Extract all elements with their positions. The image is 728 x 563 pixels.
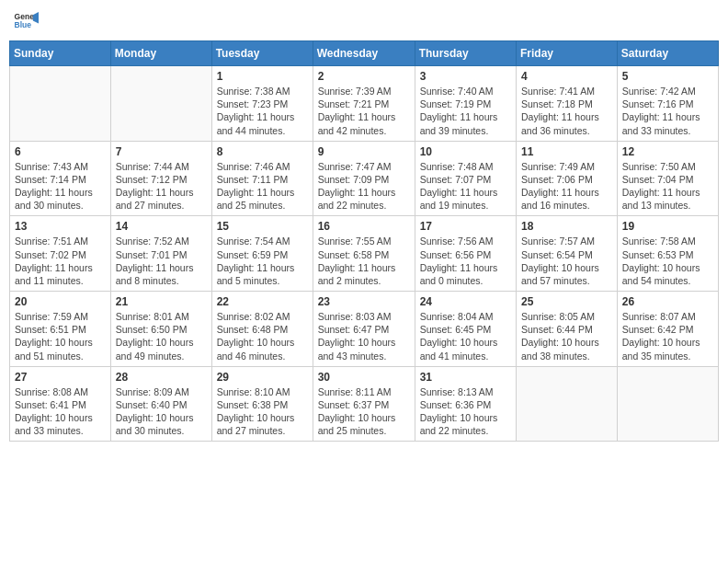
day-info: Sunrise: 8:04 AM Sunset: 6:45 PM Dayligh… — [420, 310, 511, 362]
calendar-cell: 31Sunrise: 8:13 AM Sunset: 6:36 PM Dayli… — [415, 366, 516, 442]
day-info: Sunrise: 7:38 AM Sunset: 7:23 PM Dayligh… — [217, 85, 308, 137]
day-info: Sunrise: 8:09 AM Sunset: 6:40 PM Dayligh… — [116, 385, 207, 438]
day-info: Sunrise: 7:44 AM Sunset: 7:12 PM Dayligh… — [116, 160, 207, 213]
day-info: Sunrise: 7:59 AM Sunset: 6:51 PM Dayligh… — [15, 310, 106, 362]
calendar-cell: 29Sunrise: 8:10 AM Sunset: 6:38 PM Dayli… — [211, 366, 313, 442]
day-number: 24 — [420, 295, 511, 308]
day-number: 3 — [420, 70, 511, 83]
weekday-header-friday: Friday — [517, 41, 618, 66]
calendar-cell: 14Sunrise: 7:52 AM Sunset: 7:01 PM Dayli… — [110, 216, 211, 292]
day-number: 22 — [217, 295, 308, 308]
day-info: Sunrise: 7:48 AM Sunset: 7:07 PM Dayligh… — [420, 160, 511, 213]
calendar-cell — [110, 66, 211, 142]
day-info: Sunrise: 7:40 AM Sunset: 7:19 PM Dayligh… — [420, 85, 511, 137]
calendar-week-1: 1Sunrise: 7:38 AM Sunset: 7:23 PM Daylig… — [10, 66, 719, 142]
calendar-cell: 23Sunrise: 8:03 AM Sunset: 6:47 PM Dayli… — [313, 292, 415, 367]
day-number: 27 — [15, 371, 106, 384]
calendar-cell: 26Sunrise: 8:07 AM Sunset: 6:42 PM Dayli… — [617, 292, 718, 367]
day-number: 15 — [217, 220, 308, 233]
svg-text:Blue: Blue — [15, 20, 32, 29]
day-info: Sunrise: 7:50 AM Sunset: 7:04 PM Dayligh… — [622, 160, 713, 213]
day-number: 14 — [116, 220, 207, 233]
day-number: 31 — [420, 371, 511, 384]
day-number: 9 — [318, 145, 410, 158]
day-info: Sunrise: 8:01 AM Sunset: 6:50 PM Dayligh… — [116, 310, 207, 362]
day-info: Sunrise: 8:10 AM Sunset: 6:38 PM Dayligh… — [217, 385, 308, 438]
day-info: Sunrise: 8:03 AM Sunset: 6:47 PM Dayligh… — [318, 310, 410, 362]
calendar-cell: 24Sunrise: 8:04 AM Sunset: 6:45 PM Dayli… — [415, 292, 516, 367]
day-info: Sunrise: 7:52 AM Sunset: 7:01 PM Dayligh… — [116, 235, 207, 287]
day-info: Sunrise: 8:02 AM Sunset: 6:48 PM Dayligh… — [217, 310, 308, 362]
calendar-cell — [617, 366, 718, 442]
day-number: 16 — [318, 220, 410, 233]
day-info: Sunrise: 8:13 AM Sunset: 6:36 PM Dayligh… — [420, 385, 511, 438]
calendar-cell: 13Sunrise: 7:51 AM Sunset: 7:02 PM Dayli… — [10, 216, 111, 292]
day-number: 26 — [622, 295, 713, 308]
calendar-cell: 5Sunrise: 7:42 AM Sunset: 7:16 PM Daylig… — [617, 66, 718, 142]
day-number: 20 — [15, 295, 106, 308]
day-number: 21 — [116, 295, 207, 308]
calendar-cell: 10Sunrise: 7:48 AM Sunset: 7:07 PM Dayli… — [415, 141, 516, 216]
calendar-cell: 7Sunrise: 7:44 AM Sunset: 7:12 PM Daylig… — [110, 141, 211, 216]
weekday-header-monday: Monday — [110, 41, 211, 66]
calendar-cell: 9Sunrise: 7:47 AM Sunset: 7:09 PM Daylig… — [313, 141, 415, 216]
calendar-body: 1Sunrise: 7:38 AM Sunset: 7:23 PM Daylig… — [10, 66, 719, 442]
calendar-cell: 6Sunrise: 7:43 AM Sunset: 7:14 PM Daylig… — [10, 141, 111, 216]
calendar-header-row: SundayMondayTuesdayWednesdayThursdayFrid… — [10, 41, 719, 66]
logo: General Blue — [13, 9, 39, 35]
day-number: 5 — [622, 70, 713, 83]
day-info: Sunrise: 8:08 AM Sunset: 6:41 PM Dayligh… — [15, 385, 106, 438]
day-number: 11 — [521, 145, 612, 158]
day-info: Sunrise: 7:47 AM Sunset: 7:09 PM Dayligh… — [318, 160, 410, 213]
calendar-cell: 22Sunrise: 8:02 AM Sunset: 6:48 PM Dayli… — [211, 292, 313, 367]
logo-icon: General Blue — [13, 9, 39, 35]
weekday-header-sunday: Sunday — [10, 41, 111, 66]
day-info: Sunrise: 8:11 AM Sunset: 6:37 PM Dayligh… — [318, 385, 410, 438]
page-header: General Blue — [9, 9, 719, 35]
calendar-table: SundayMondayTuesdayWednesdayThursdayFrid… — [9, 40, 719, 442]
calendar-cell: 16Sunrise: 7:55 AM Sunset: 6:58 PM Dayli… — [313, 216, 415, 292]
day-number: 29 — [217, 371, 308, 384]
calendar-cell: 20Sunrise: 7:59 AM Sunset: 6:51 PM Dayli… — [10, 292, 111, 367]
day-number: 13 — [15, 220, 106, 233]
day-number: 28 — [116, 371, 207, 384]
calendar-week-3: 13Sunrise: 7:51 AM Sunset: 7:02 PM Dayli… — [10, 216, 719, 292]
calendar-cell: 11Sunrise: 7:49 AM Sunset: 7:06 PM Dayli… — [517, 141, 618, 216]
day-info: Sunrise: 7:56 AM Sunset: 6:56 PM Dayligh… — [420, 235, 511, 287]
day-info: Sunrise: 7:41 AM Sunset: 7:18 PM Dayligh… — [521, 85, 612, 137]
day-number: 6 — [15, 145, 106, 158]
day-number: 1 — [217, 70, 308, 83]
day-number: 8 — [217, 145, 308, 158]
calendar-week-2: 6Sunrise: 7:43 AM Sunset: 7:14 PM Daylig… — [10, 141, 719, 216]
calendar-cell: 12Sunrise: 7:50 AM Sunset: 7:04 PM Dayli… — [617, 141, 718, 216]
calendar-cell: 2Sunrise: 7:39 AM Sunset: 7:21 PM Daylig… — [313, 66, 415, 142]
day-info: Sunrise: 7:58 AM Sunset: 6:53 PM Dayligh… — [622, 235, 713, 287]
calendar-cell: 27Sunrise: 8:08 AM Sunset: 6:41 PM Dayli… — [10, 366, 111, 442]
day-info: Sunrise: 8:07 AM Sunset: 6:42 PM Dayligh… — [622, 310, 713, 362]
calendar-week-5: 27Sunrise: 8:08 AM Sunset: 6:41 PM Dayli… — [10, 366, 719, 442]
calendar-cell: 19Sunrise: 7:58 AM Sunset: 6:53 PM Dayli… — [617, 216, 718, 292]
day-info: Sunrise: 7:57 AM Sunset: 6:54 PM Dayligh… — [521, 235, 612, 287]
day-number: 25 — [521, 295, 612, 308]
day-info: Sunrise: 8:05 AM Sunset: 6:44 PM Dayligh… — [521, 310, 612, 362]
calendar-cell: 28Sunrise: 8:09 AM Sunset: 6:40 PM Dayli… — [110, 366, 211, 442]
day-info: Sunrise: 7:42 AM Sunset: 7:16 PM Dayligh… — [622, 85, 713, 137]
calendar-cell: 30Sunrise: 8:11 AM Sunset: 6:37 PM Dayli… — [313, 366, 415, 442]
day-info: Sunrise: 7:49 AM Sunset: 7:06 PM Dayligh… — [521, 160, 612, 213]
day-number: 19 — [622, 220, 713, 233]
weekday-header-wednesday: Wednesday — [313, 41, 415, 66]
day-number: 2 — [318, 70, 410, 83]
day-info: Sunrise: 7:43 AM Sunset: 7:14 PM Dayligh… — [15, 160, 106, 213]
calendar-cell: 17Sunrise: 7:56 AM Sunset: 6:56 PM Dayli… — [415, 216, 516, 292]
day-number: 7 — [116, 145, 207, 158]
day-info: Sunrise: 7:46 AM Sunset: 7:11 PM Dayligh… — [217, 160, 308, 213]
calendar-cell: 1Sunrise: 7:38 AM Sunset: 7:23 PM Daylig… — [211, 66, 313, 142]
day-info: Sunrise: 7:51 AM Sunset: 7:02 PM Dayligh… — [15, 235, 106, 287]
day-number: 10 — [420, 145, 511, 158]
calendar-cell — [517, 366, 618, 442]
calendar-cell: 8Sunrise: 7:46 AM Sunset: 7:11 PM Daylig… — [211, 141, 313, 216]
day-number: 4 — [521, 70, 612, 83]
day-number: 23 — [318, 295, 410, 308]
day-number: 30 — [318, 371, 410, 384]
calendar-week-4: 20Sunrise: 7:59 AM Sunset: 6:51 PM Dayli… — [10, 292, 719, 367]
